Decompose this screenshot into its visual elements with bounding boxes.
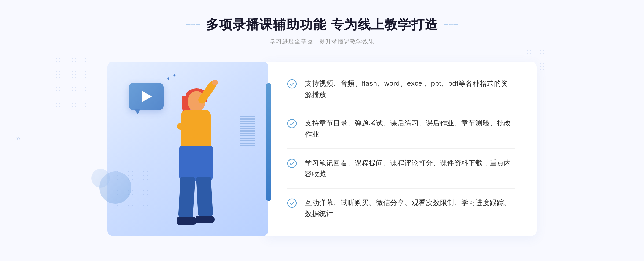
feature-text-4: 互动弹幕、试听购买、微信分享、观看次数限制、学习进度跟踪、数据统计 [305, 197, 515, 219]
feature-text-1: 支持视频、音频、flash、word、excel、ppt、pdf等各种格式的资源… [305, 78, 515, 100]
page-container: » 多项录播课辅助功能 专为线上教学打造 学习进度全掌握，提升录播课教学效果 [0, 0, 644, 261]
check-circle-icon-4 [287, 198, 297, 208]
left-decorator [186, 24, 200, 25]
svg-point-3 [288, 199, 296, 207]
right-decorator [444, 24, 458, 25]
features-panel: 支持视频、音频、flash、word、excel、ppt、pdf等各种格式的资源… [266, 62, 537, 236]
subtitle: 学习进度全掌握，提升录播课教学效果 [186, 38, 458, 46]
feature-item-3: 学习笔记回看、课程提问、课程评论打分、课件资料下载，重点内容收藏 [287, 155, 515, 182]
feature-text-3: 学习笔记回看、课程提问、课程评论打分、课件资料下载，重点内容收藏 [305, 158, 515, 180]
svg-point-1 [288, 119, 296, 128]
header-section: 多项录播课辅助功能 专为线上教学打造 学习进度全掌握，提升录播课教学效果 [186, 16, 458, 46]
feature-divider-3 [287, 188, 515, 189]
feature-text-2: 支持章节目录、弹题考试、课后练习、课后作业、章节测验、批改作业 [305, 118, 515, 140]
feature-divider-2 [287, 148, 515, 149]
check-circle-icon-2 [287, 119, 297, 128]
feature-item-4: 互动弹幕、试听购买、微信分享、观看次数限制、学习进度跟踪、数据统计 [287, 195, 515, 222]
person-shoe-right [196, 216, 215, 223]
play-icon [142, 91, 152, 102]
sparkle-icon-2: ✦ [173, 74, 176, 77]
check-circle-icon-1 [287, 79, 297, 89]
person-shoe-left [177, 217, 197, 225]
illustration-card: ✦ ✦ [107, 62, 268, 236]
deco-circle-small [91, 169, 110, 188]
person-pants [179, 146, 213, 181]
feature-item-1: 支持视频、音频、flash、word、excel、ppt、pdf等各种格式的资源… [287, 75, 515, 103]
arrow-left-icon: » [16, 134, 20, 143]
person-leg-right [196, 177, 213, 219]
feature-item-2: 支持章节目录、弹题考试、课后练习、课后作业、章节测验、批改作业 [287, 115, 515, 143]
svg-point-2 [288, 159, 296, 168]
sparkle-icon-1: ✦ [166, 76, 170, 81]
accent-bar [266, 83, 271, 201]
person-leg-left [178, 177, 195, 220]
check-circle-icon-3 [287, 159, 297, 168]
person-figure [156, 86, 236, 236]
feature-divider-1 [287, 109, 515, 109]
striped-deco [240, 115, 255, 147]
main-content: ✦ ✦ [107, 59, 537, 241]
main-title: 多项录播课辅助功能 专为线上教学打造 [206, 16, 438, 33]
svg-point-0 [288, 80, 296, 88]
bg-dots-left [48, 54, 86, 107]
person-hand-right [211, 79, 219, 87]
title-row: 多项录播课辅助功能 专为线上教学打造 [186, 16, 458, 33]
